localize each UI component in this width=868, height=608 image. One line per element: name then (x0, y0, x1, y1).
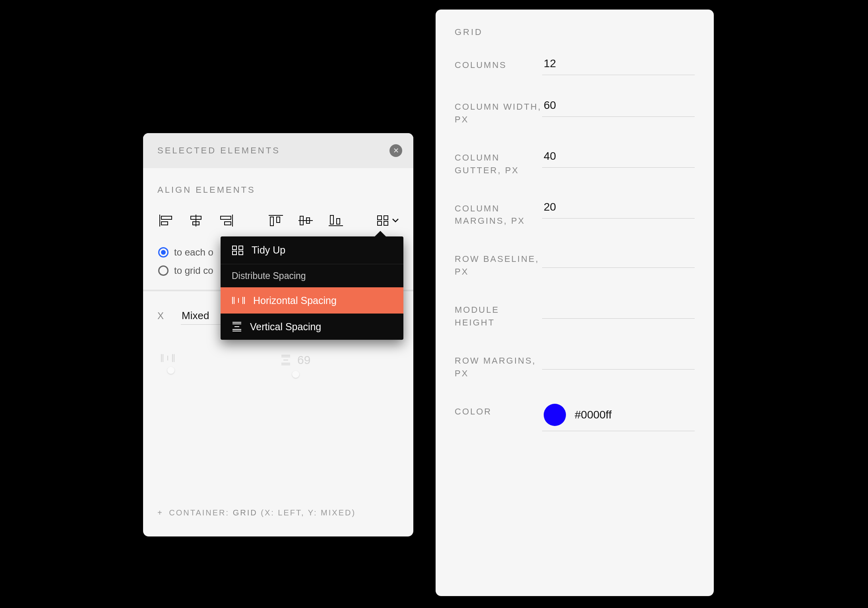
horizontal-gap-slider[interactable] (167, 367, 174, 374)
grid-row-column-gutter: COLUMN GUTTER, PX 40 (455, 150, 695, 177)
container-details: (X: LEFT, Y: MIXED) (258, 508, 356, 517)
grid-row-row-margins: ROW MARGINS, PX (455, 353, 695, 380)
menu-item-horizontal-spacing[interactable]: Horizontal Spacing (221, 287, 403, 314)
align-buttons-row (157, 213, 399, 228)
svg-rect-8 (225, 222, 231, 225)
menu-caret-icon (375, 231, 386, 236)
radio-off-icon (158, 265, 169, 276)
align-left-icon (159, 215, 173, 227)
grid-row-column-margins: COLUMN MARGINS, PX 20 (455, 201, 695, 228)
radio-each-other-label: to each o (174, 247, 213, 258)
svg-rect-18 (378, 216, 382, 220)
svg-rect-19 (384, 216, 388, 220)
svg-rect-11 (277, 217, 280, 223)
grid-label: COLOR (455, 404, 542, 418)
vertical-spacing-icon (232, 321, 242, 332)
svg-rect-24 (232, 251, 236, 255)
grid-row-columns: COLUMNS 12 (455, 57, 695, 75)
horizontal-spacing-icon (232, 296, 245, 305)
grid-row-color: COLOR #0000ff (455, 404, 695, 431)
menu-item-label: Tidy Up (252, 244, 285, 256)
chevron-down-icon (392, 218, 399, 223)
column-gutter-field[interactable]: 40 (542, 150, 695, 168)
svg-rect-17 (337, 219, 340, 224)
svg-rect-1 (161, 216, 172, 219)
tidy-grid-icon (377, 215, 389, 226)
plus-icon: + (157, 508, 163, 517)
align-right-icon (219, 215, 233, 227)
grid-row-module-height: MODULE HEIGHT (455, 302, 695, 329)
svg-rect-16 (330, 215, 333, 224)
svg-rect-23 (239, 246, 243, 250)
align-bottom-icon (329, 215, 343, 227)
grid-label: MODULE HEIGHT (455, 302, 542, 329)
align-vcenter-button[interactable] (297, 213, 314, 228)
container-summary[interactable]: + CONTAINER: GRID (X: LEFT, Y: MIXED) (157, 508, 356, 517)
radio-grid-columns-label: to grid co (174, 265, 213, 276)
row-baseline-field[interactable] (542, 251, 695, 268)
grid-row-column-width: COLUMN WIDTH, PX 60 (455, 99, 695, 126)
color-swatch[interactable] (544, 404, 566, 426)
grid-label: COLUMN MARGINS, PX (455, 201, 542, 228)
horizontal-gap-icon (161, 353, 175, 363)
column-width-field[interactable]: 60 (542, 99, 695, 117)
container-name: GRID (233, 508, 258, 517)
radio-on-icon (158, 247, 169, 258)
menu-item-label: Horizontal Spacing (253, 295, 337, 306)
align-bottom-button[interactable] (327, 213, 344, 228)
align-hcenter-icon (189, 215, 203, 227)
align-hcenter-button[interactable] (187, 213, 204, 228)
align-top-icon (269, 215, 283, 227)
grid-label: COLUMN WIDTH, PX (455, 99, 542, 126)
svg-rect-22 (232, 246, 236, 250)
menu-item-vertical-spacing[interactable]: Vertical Spacing (221, 314, 403, 340)
vertical-gap-value: 69 (297, 353, 310, 367)
row-margins-field[interactable] (542, 353, 695, 370)
svg-rect-21 (384, 221, 388, 225)
x-label: X (157, 310, 165, 321)
color-value-text: #0000ff (575, 409, 612, 421)
align-right-button[interactable] (217, 213, 234, 228)
svg-rect-2 (161, 222, 168, 225)
grid-label: ROW BASELINE, PX (455, 251, 542, 278)
column-margins-field[interactable]: 20 (542, 201, 695, 219)
tidy-dropdown-menu: Tidy Up Distribute Spacing Horizontal Sp… (221, 236, 403, 340)
columns-field[interactable]: 12 (542, 57, 695, 75)
module-height-field[interactable] (542, 302, 695, 319)
tidy-dropdown-button[interactable] (377, 215, 399, 226)
panel-title: SELECTED ELEMENTS (157, 145, 280, 156)
svg-rect-20 (378, 221, 382, 225)
color-field[interactable]: #0000ff (542, 404, 695, 431)
grid-panel-heading: GRID (455, 27, 695, 37)
vertical-gap-slider[interactable] (292, 371, 299, 378)
align-left-button[interactable] (157, 213, 174, 228)
grid-label: COLUMN GUTTER, PX (455, 150, 542, 177)
grid-row-row-baseline: ROW BASELINE, PX (455, 251, 695, 278)
container-prefix: CONTAINER: (169, 508, 232, 517)
menu-item-tidy-up[interactable]: Tidy Up (221, 236, 403, 264)
grid-label: ROW MARGINS, PX (455, 353, 542, 380)
panel-titlebar: SELECTED ELEMENTS ✕ (143, 133, 413, 168)
vertical-gap-block: 69 (281, 353, 310, 378)
align-section-label: ALIGN ELEMENTS (157, 185, 399, 195)
svg-rect-10 (270, 217, 273, 226)
grid-label: COLUMNS (455, 57, 542, 72)
close-icon: ✕ (393, 146, 399, 155)
align-vcenter-icon (298, 215, 313, 227)
vertical-gap-icon (281, 354, 291, 366)
grid-settings-panel: GRID COLUMNS 12 COLUMN WIDTH, PX 60 COLU… (436, 10, 714, 596)
close-button[interactable]: ✕ (389, 144, 402, 157)
svg-rect-25 (239, 251, 243, 255)
horizontal-gap-block (161, 353, 181, 378)
menu-group-distribute: Distribute Spacing (221, 264, 403, 287)
menu-item-label: Vertical Spacing (250, 321, 321, 333)
svg-rect-7 (221, 216, 231, 219)
tidy-grid-icon (232, 245, 244, 256)
align-top-button[interactable] (267, 213, 284, 228)
